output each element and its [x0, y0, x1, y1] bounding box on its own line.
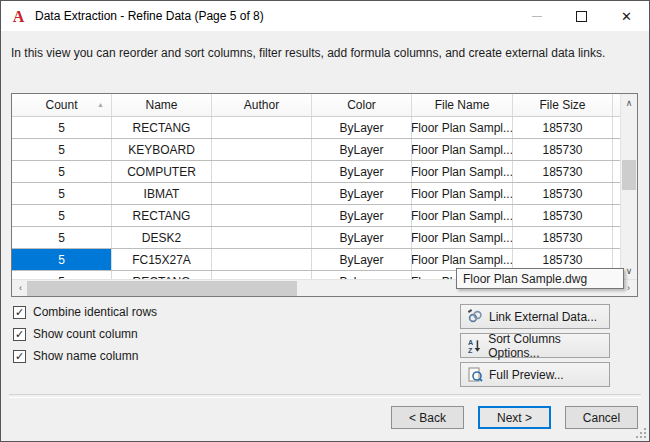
table-cell-name[interactable]: DESK2 [112, 227, 212, 248]
table-cell-color[interactable]: ByLayer [312, 205, 412, 226]
next-button[interactable]: Next > [478, 406, 551, 429]
table-cell-file_size[interactable]: 185730 [513, 139, 613, 160]
close-icon: ✕ [621, 10, 632, 23]
table-cell-name[interactable]: RECTANG [112, 205, 212, 226]
table-cell-name[interactable]: RECTANG [112, 117, 212, 138]
table-cell-file_name[interactable]: Floor Plan Sampl... [412, 117, 513, 138]
table-cell-color[interactable]: ByLayer [312, 183, 412, 204]
cancel-button[interactable]: Cancel [565, 406, 638, 429]
table-cell-count[interactable]: 5 [12, 205, 112, 226]
column-header-file-name[interactable]: File Name [412, 94, 513, 116]
table-cell-file_size[interactable]: 185730 [513, 183, 613, 204]
table-cell-count[interactable]: 5 [12, 271, 112, 279]
table-row[interactable]: 5IBMATByLayerFloor Plan Sampl...185730 [12, 183, 620, 205]
column-header-author[interactable]: Author [212, 94, 312, 116]
title-bar[interactable]: A Data Extraction - Refine Data (Page 5 … [1, 1, 649, 31]
table-cell-count[interactable]: 5 [12, 117, 112, 138]
table-cell-file_size[interactable]: 185730 [513, 161, 613, 182]
table-cell-color[interactable]: ByLayer [312, 139, 412, 160]
checkbox-combine-identical-rows[interactable]: ✓ Combine identical rows [13, 304, 157, 320]
vertical-scrollbar[interactable]: ∧ ∨ [620, 94, 637, 279]
column-header-name[interactable]: Name [112, 94, 212, 116]
back-button[interactable]: < Back [391, 406, 464, 429]
table-cell-count[interactable]: 5 [12, 227, 112, 248]
page-description: In this view you can reorder and sort co… [11, 46, 623, 61]
filename-tooltip: Floor Plan Sample.dwg [456, 268, 624, 289]
sort-columns-options-button[interactable]: A Z Sort Columns Options... [460, 333, 610, 358]
close-button[interactable]: ✕ [604, 1, 649, 31]
table-cell-color[interactable]: ByLayer [312, 227, 412, 248]
table-cell-color[interactable]: ByLayer [312, 117, 412, 138]
table-cell-file_name[interactable]: Floor Plan Sampl... [412, 227, 513, 248]
maximize-button[interactable] [559, 1, 604, 31]
data-grid-content: Count▲NameAuthorColorFile NameFile Size … [12, 94, 620, 279]
table-row[interactable]: 5COMPUTERByLayerFloor Plan Sampl...18573… [12, 161, 620, 183]
table-cell-spacer [613, 183, 620, 204]
autocad-logo-icon: A [10, 8, 27, 25]
table-cell-author[interactable] [212, 161, 312, 182]
column-header-spacer [613, 94, 620, 116]
checkbox-checked-icon[interactable]: ✓ [13, 306, 26, 319]
column-header-count[interactable]: Count▲ [12, 94, 112, 116]
vertical-scroll-thumb[interactable] [622, 160, 636, 190]
table-row[interactable]: 5RECTANGByLayerFloor Plan Sampl...185730 [12, 117, 620, 139]
table-cell-spacer [613, 161, 620, 182]
table-cell-color[interactable]: ByLayer [312, 161, 412, 182]
table-cell-count[interactable]: 5 [12, 139, 112, 160]
table-body: 5RECTANGByLayerFloor Plan Sampl...185730… [12, 117, 620, 279]
table-cell-file_name[interactable]: Floor Plan Sampl... [412, 161, 513, 182]
column-header-color[interactable]: Color [312, 94, 412, 116]
link-external-data-button[interactable]: Link External Data... [460, 304, 610, 329]
table-cell-name[interactable]: KEYBOARD [112, 139, 212, 160]
svg-text:Z: Z [468, 346, 473, 353]
preview-icon [467, 367, 483, 383]
table-cell-count[interactable]: 5 [12, 183, 112, 204]
checkbox-checked-icon[interactable]: ✓ [13, 350, 26, 363]
table-cell-file_name[interactable]: Floor Plan Sampl... [412, 139, 513, 160]
table-header-row: Count▲NameAuthorColorFile NameFile Size [12, 94, 620, 117]
window-title: Data Extraction - Refine Data (Page 5 of… [35, 9, 264, 23]
footer-divider [9, 394, 641, 398]
table-cell-color[interactable]: ByLayer [312, 271, 412, 279]
table-cell-file_size[interactable]: 185730 [513, 249, 613, 270]
side-button-label: Link External Data... [489, 310, 597, 324]
table-row[interactable]: 5KEYBOARDByLayerFloor Plan Sampl...18573… [12, 139, 620, 161]
table-cell-count[interactable]: 5 [12, 249, 112, 270]
resize-grip[interactable] [636, 428, 646, 438]
table-cell-author[interactable] [212, 249, 312, 270]
scroll-up-icon[interactable]: ∧ [621, 94, 637, 111]
table-cell-file_name[interactable]: Floor Plan Sampl... [412, 205, 513, 226]
side-button-label: Full Preview... [489, 368, 564, 382]
column-header-file-size[interactable]: File Size [513, 94, 613, 116]
table-cell-file_name[interactable]: Floor Plan Sampl... [412, 249, 513, 270]
table-cell-author[interactable] [212, 205, 312, 226]
table-cell-count[interactable]: 5 [12, 161, 112, 182]
checkbox-label: Show name column [33, 349, 138, 363]
table-cell-author[interactable] [212, 183, 312, 204]
table-cell-name[interactable]: FC15X27A [112, 249, 212, 270]
horizontal-scroll-thumb[interactable] [27, 281, 297, 296]
table-cell-author[interactable] [212, 117, 312, 138]
minimize-icon [532, 16, 542, 17]
table-cell-author[interactable] [212, 271, 312, 279]
checkbox-show-name-column[interactable]: ✓ Show name column [13, 348, 138, 364]
table-cell-author[interactable] [212, 139, 312, 160]
checkbox-checked-icon[interactable]: ✓ [13, 328, 26, 341]
table-cell-name[interactable]: IBMAT [112, 183, 212, 204]
table-cell-spacer [613, 249, 620, 270]
table-cell-name[interactable]: RECTANG [112, 271, 212, 279]
table-cell-name[interactable]: COMPUTER [112, 161, 212, 182]
minimize-button[interactable] [514, 1, 559, 31]
table-row[interactable]: 5DESK2ByLayerFloor Plan Sampl...185730 [12, 227, 620, 249]
full-preview-button[interactable]: Full Preview... [460, 362, 610, 387]
table-cell-file_name[interactable]: Floor Plan Sampl... [412, 183, 513, 204]
checkbox-show-count-column[interactable]: ✓ Show count column [13, 326, 138, 342]
table-row[interactable]: 5RECTANGByLayerFloor Plan Sampl...185730 [12, 205, 620, 227]
table-cell-file_size[interactable]: 185730 [513, 117, 613, 138]
table-cell-spacer [613, 139, 620, 160]
table-cell-spacer [613, 227, 620, 248]
table-cell-author[interactable] [212, 227, 312, 248]
table-cell-file_size[interactable]: 185730 [513, 227, 613, 248]
table-cell-file_size[interactable]: 185730 [513, 205, 613, 226]
table-cell-color[interactable]: ByLayer [312, 249, 412, 270]
